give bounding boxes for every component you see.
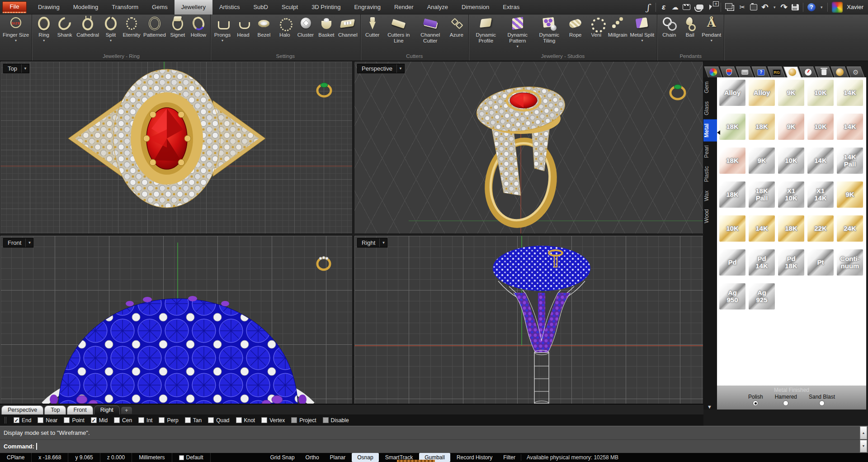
panel-tab-screenshot-help[interactable]: ? bbox=[752, 67, 770, 77]
ribbon-button-basket[interactable]: Basket bbox=[316, 16, 337, 38]
chevron-down-icon[interactable]: ▼ bbox=[379, 238, 387, 247]
dropdown-caret-icon[interactable]: ▾ bbox=[711, 38, 712, 43]
osnap-toggle-perp[interactable]: Perp bbox=[159, 417, 178, 424]
panel-tab-gear[interactable]: ⚙ bbox=[847, 67, 865, 77]
material-swatch-x1-10k[interactable]: X1 10K bbox=[778, 181, 804, 208]
checkbox-perp[interactable] bbox=[159, 417, 165, 423]
help-caret-icon[interactable]: ▾ bbox=[820, 3, 823, 12]
checkbox-cen[interactable] bbox=[114, 417, 120, 423]
material-swatch-18k[interactable]: 18K bbox=[719, 181, 745, 208]
material-swatch-9k[interactable]: 9K bbox=[749, 148, 775, 174]
ribbon-button-veni[interactable]: Veni bbox=[586, 16, 607, 38]
material-swatch-pd-14k[interactable]: Pd 14K bbox=[749, 249, 775, 276]
viewport-title-front[interactable]: Front ▼ bbox=[3, 238, 33, 248]
ribbon-button-halo[interactable]: Halo bbox=[274, 16, 295, 38]
status-toggle-planar[interactable]: Planar bbox=[325, 453, 351, 462]
ribbon-button-prongs[interactable]: Prongs▾ bbox=[212, 16, 233, 43]
osnap-toggle-mid[interactable]: ✓Mid bbox=[91, 417, 108, 424]
osnap-toggle-cen[interactable]: Cen bbox=[114, 417, 132, 424]
osnap-toggle-vertex[interactable]: Vertex bbox=[261, 417, 285, 424]
panel-tab-rhinogold[interactable]: RG bbox=[768, 67, 786, 77]
drag-grip[interactable] bbox=[5, 417, 6, 424]
osnap-toggle-project[interactable]: Project bbox=[291, 417, 316, 424]
viewport-top[interactable]: Top ▼ bbox=[0, 61, 353, 234]
dropdown-caret-icon[interactable]: ▾ bbox=[641, 38, 643, 43]
material-swatch-18k[interactable]: 18K bbox=[778, 215, 804, 242]
status-toggle-filter[interactable]: Filter bbox=[498, 453, 521, 462]
material-swatch-pt[interactable]: Pt bbox=[807, 249, 834, 276]
osnap-toggle-end[interactable]: ✓End bbox=[14, 417, 31, 424]
ribbon-button-split[interactable]: Split▾ bbox=[100, 16, 121, 43]
ribbon-button-rope[interactable]: Rope bbox=[565, 16, 586, 38]
material-swatch-18k[interactable]: 18K bbox=[749, 114, 775, 140]
material-swatch-ag-950[interactable]: Ag 950 bbox=[719, 283, 745, 310]
material-category-wax[interactable]: Wax bbox=[703, 186, 717, 205]
osnap-toggle-tan[interactable]: Tan bbox=[185, 417, 202, 424]
material-swatch-10k[interactable]: 10K bbox=[719, 215, 745, 242]
checkbox-project[interactable] bbox=[291, 417, 297, 423]
osnap-toggle-disable[interactable]: Disable bbox=[323, 417, 349, 424]
material-swatch-14k[interactable]: 14K bbox=[749, 215, 775, 242]
ribbon-button-dynamic-profile[interactable]: Dynamic Profile bbox=[470, 16, 502, 44]
file-menu-button[interactable]: File bbox=[2, 1, 27, 13]
material-swatch-24k[interactable]: 24K bbox=[837, 215, 863, 242]
ribbon-button-metal-split[interactable]: Metal Split▾ bbox=[629, 16, 656, 43]
dropdown-caret-icon[interactable]: ▾ bbox=[15, 38, 17, 43]
add-viewport-tab-button[interactable]: + bbox=[121, 406, 132, 414]
menu-item-subd[interactable]: SubD bbox=[246, 0, 275, 14]
ribbon-button-cluster[interactable]: Cluster bbox=[295, 16, 316, 38]
copy-icon[interactable] bbox=[725, 3, 732, 9]
finish-option-sand-blast[interactable]: Sand Blast bbox=[809, 394, 835, 406]
material-swatch-pd[interactable]: Pd bbox=[719, 249, 745, 276]
finish-option-polish[interactable]: Polish bbox=[748, 394, 763, 406]
viewport-label[interactable]: Right bbox=[358, 238, 379, 247]
ribbon-button-ring[interactable]: Ring▾ bbox=[33, 16, 54, 43]
ribbon-button-bezel[interactable]: Bezel bbox=[254, 16, 274, 38]
undo-icon[interactable]: ↶ bbox=[761, 3, 769, 12]
save-icon[interactable] bbox=[792, 4, 799, 10]
menu-item-gems[interactable]: Gems bbox=[145, 0, 175, 14]
clapperboard-icon[interactable] bbox=[683, 4, 690, 10]
osnap-toggle-near[interactable]: Near bbox=[38, 417, 57, 424]
panel-tab-material-gold-2[interactable] bbox=[831, 67, 849, 77]
ribbon-button-cutters-in-line[interactable]: Cutters in Line bbox=[383, 16, 415, 44]
layer-color-swatch[interactable] bbox=[179, 455, 184, 460]
material-swatch-alloy[interactable]: Alloy bbox=[749, 80, 775, 106]
material-swatch-9k[interactable]: 9K bbox=[778, 114, 804, 140]
redo-icon[interactable]: ↷ bbox=[780, 3, 788, 12]
checkbox-mid[interactable]: ✓ bbox=[91, 417, 97, 423]
ribbon-button-signet[interactable]: Signet bbox=[167, 16, 188, 38]
material-swatch-10k[interactable]: 10K bbox=[807, 114, 834, 140]
menu-item-render[interactable]: Render bbox=[387, 0, 420, 14]
viewport-label[interactable]: Perspective bbox=[358, 64, 396, 73]
material-swatch-ag-925[interactable]: Ag 925 bbox=[749, 283, 775, 310]
paste-icon[interactable] bbox=[750, 4, 757, 10]
ribbon-button-cathedral[interactable]: Cathedral bbox=[75, 16, 100, 38]
osnap-toggle-quad[interactable]: Quad bbox=[208, 417, 229, 424]
viewport-title-perspective[interactable]: Perspective ▼ bbox=[357, 64, 405, 73]
checkbox-end[interactable]: ✓ bbox=[14, 417, 19, 423]
status-toggle-record-history[interactable]: Record History bbox=[451, 453, 498, 462]
menu-item-3d-printing[interactable]: 3D Printing bbox=[305, 0, 347, 14]
material-swatch-14k[interactable]: 14K bbox=[837, 114, 863, 140]
menu-item-dimension[interactable]: Dimension bbox=[455, 0, 496, 14]
menu-item-modelling[interactable]: Modelling bbox=[66, 0, 105, 14]
ribbon-button-channel-cutter[interactable]: Channel Cutter bbox=[415, 16, 446, 44]
status-x-18-668[interactable]: x -18.668 bbox=[32, 453, 68, 462]
material-swatch-9k[interactable]: 9K bbox=[837, 181, 863, 208]
status-cplane[interactable]: CPlane bbox=[0, 453, 32, 462]
ribbon-button-channel[interactable]: Channel bbox=[337, 16, 359, 38]
chevron-down-icon[interactable]: ▼ bbox=[396, 64, 404, 73]
material-swatch-pd-18k[interactable]: Pd 18K bbox=[778, 249, 804, 276]
panel-tab-gauge[interactable] bbox=[799, 67, 817, 77]
menu-item-sculpt[interactable]: Sculpt bbox=[275, 0, 305, 14]
viewport-perspective[interactable]: Perspective ▼ bbox=[354, 61, 703, 234]
viewport-tab-front[interactable]: Front bbox=[67, 405, 93, 414]
osnap-toggle-int[interactable]: Int bbox=[138, 417, 152, 424]
checkbox-quad[interactable] bbox=[208, 417, 214, 423]
checkbox-knot[interactable] bbox=[236, 417, 242, 423]
material-swatch-22k[interactable]: 22K bbox=[807, 215, 834, 242]
panel-tab-monitor[interactable] bbox=[736, 67, 754, 77]
ribbon-button-bail[interactable]: Bail bbox=[679, 16, 700, 38]
radio-sand-blast[interactable] bbox=[819, 400, 825, 406]
